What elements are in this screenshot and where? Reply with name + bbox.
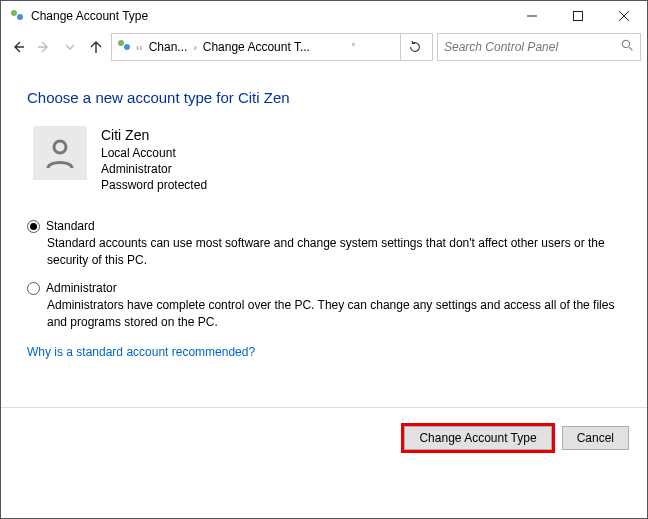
breadcrumb-seg-1[interactable]: Chan... — [147, 40, 190, 54]
refresh-button[interactable] — [400, 33, 428, 61]
svg-point-0 — [11, 10, 17, 16]
forward-button[interactable] — [33, 36, 55, 58]
search-placeholder: Search Control Panel — [444, 40, 621, 54]
footer: Change Account Type Cancel — [1, 408, 647, 462]
option-administrator-label: Administrator — [46, 281, 117, 295]
change-account-type-button[interactable]: Change Account Type — [404, 426, 551, 450]
account-name: Citi Zen — [101, 126, 207, 145]
back-button[interactable] — [7, 36, 29, 58]
option-standard-label: Standard — [46, 219, 95, 233]
cancel-button[interactable]: Cancel — [562, 426, 629, 450]
avatar — [33, 126, 87, 180]
search-input[interactable]: Search Control Panel — [437, 33, 641, 61]
help-link[interactable]: Why is a standard account recommended? — [27, 345, 621, 359]
app-icon — [9, 8, 25, 24]
option-standard[interactable]: Standard Standard accounts can use most … — [27, 219, 621, 269]
breadcrumb[interactable]: ‹‹ Chan... › Change Account T... ˅ — [111, 33, 433, 61]
search-icon — [621, 39, 634, 55]
svg-point-10 — [54, 141, 66, 153]
svg-point-8 — [622, 40, 629, 47]
option-standard-desc: Standard accounts can use most software … — [47, 235, 621, 269]
account-password-line: Password protected — [101, 177, 207, 193]
recent-dropdown[interactable] — [59, 36, 81, 58]
account-type-line: Local Account — [101, 145, 207, 161]
svg-point-6 — [118, 40, 124, 46]
window-title: Change Account Type — [31, 9, 509, 23]
breadcrumb-icon — [116, 38, 132, 57]
minimize-button[interactable] — [509, 1, 555, 31]
up-button[interactable] — [85, 36, 107, 58]
breadcrumb-dropdown-icon[interactable]: ˅ — [349, 42, 362, 53]
account-info: Citi Zen Local Account Administrator Pas… — [101, 126, 207, 193]
svg-point-1 — [17, 14, 23, 20]
radio-standard[interactable] — [27, 220, 40, 233]
page-title: Choose a new account type for Citi Zen — [27, 89, 621, 106]
option-administrator[interactable]: Administrator Administrators have comple… — [27, 281, 621, 331]
svg-line-9 — [629, 47, 632, 50]
content-area: Choose a new account type for Citi Zen C… — [1, 67, 647, 367]
title-bar: Change Account Type — [1, 1, 647, 31]
account-type-options: Standard Standard accounts can use most … — [27, 219, 621, 330]
option-administrator-desc: Administrators have complete control ove… — [47, 297, 621, 331]
maximize-button[interactable] — [555, 1, 601, 31]
svg-rect-3 — [574, 12, 583, 21]
close-button[interactable] — [601, 1, 647, 31]
chevron-left-icon: ‹‹ — [134, 42, 145, 53]
account-role-line: Administrator — [101, 161, 207, 177]
nav-bar: ‹‹ Chan... › Change Account T... ˅ Searc… — [1, 31, 647, 67]
chevron-right-icon: › — [191, 42, 198, 53]
svg-point-7 — [124, 44, 130, 50]
account-summary: Citi Zen Local Account Administrator Pas… — [27, 126, 621, 193]
radio-administrator[interactable] — [27, 282, 40, 295]
breadcrumb-seg-2[interactable]: Change Account T... — [201, 40, 312, 54]
